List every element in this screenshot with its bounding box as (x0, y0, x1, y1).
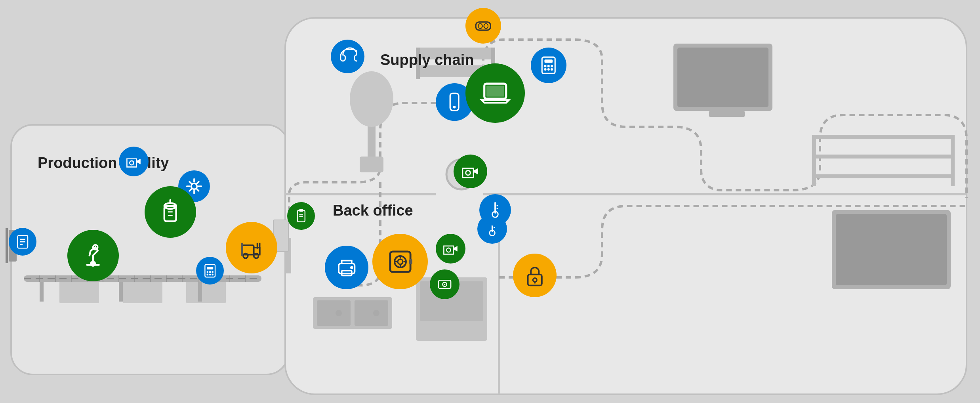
svg-point-39 (350, 71, 393, 127)
svg-rect-29 (317, 300, 351, 326)
svg-rect-127 (528, 274, 541, 285)
svg-rect-92 (390, 251, 410, 271)
scene: Production facility Back office Supply c… (0, 0, 980, 403)
svg-point-80 (209, 271, 211, 273)
svg-point-122 (551, 68, 553, 71)
svg-point-81 (212, 271, 214, 273)
svg-rect-38 (368, 111, 376, 159)
production-keypad-icon[interactable] (196, 257, 224, 285)
svg-point-117 (544, 65, 547, 67)
svg-rect-48 (832, 210, 951, 289)
svg-point-32 (373, 310, 379, 316)
svg-rect-9 (24, 275, 261, 282)
svg-rect-116 (545, 60, 553, 63)
svg-rect-51 (812, 135, 955, 139)
production-facility-label: Production facility (38, 155, 169, 172)
svg-point-100 (446, 248, 450, 252)
svg-rect-46 (677, 48, 768, 107)
svg-point-75 (254, 254, 259, 258)
supply-chain-vr-headset-icon[interactable] (465, 8, 501, 44)
production-panel-icon[interactable] (9, 228, 36, 256)
svg-rect-54 (951, 135, 955, 186)
back-office-storage-icon[interactable] (430, 269, 459, 299)
back-office-label: Back office (333, 202, 413, 219)
svg-point-108 (479, 24, 482, 29)
svg-point-84 (212, 273, 214, 275)
svg-point-120 (544, 68, 547, 71)
svg-rect-53 (812, 174, 955, 178)
svg-rect-40 (360, 157, 383, 172)
supply-chain-sensor-icon[interactable] (479, 194, 511, 226)
supply-chain-camera-icon[interactable] (454, 155, 487, 188)
svg-rect-86 (299, 209, 303, 211)
svg-rect-78 (207, 267, 213, 269)
supply-chain-lock-icon[interactable] (513, 254, 557, 297)
svg-rect-47 (709, 111, 745, 117)
svg-rect-30 (355, 300, 388, 326)
svg-point-65 (191, 183, 197, 189)
svg-point-118 (547, 65, 550, 67)
svg-rect-99 (409, 259, 412, 264)
svg-rect-5 (285, 238, 291, 273)
svg-point-79 (206, 271, 208, 273)
production-tank-icon[interactable] (145, 186, 196, 238)
svg-point-109 (484, 24, 488, 29)
svg-point-128 (533, 278, 537, 282)
svg-rect-25 (119, 282, 123, 302)
svg-rect-76 (241, 243, 243, 256)
svg-rect-7 (123, 281, 162, 303)
svg-point-112 (453, 106, 456, 109)
back-office-camera-small-icon[interactable] (436, 234, 465, 264)
svg-point-83 (209, 273, 211, 275)
supply-chain-label: Supply chain (380, 52, 474, 69)
svg-point-62 (130, 161, 133, 165)
svg-point-103 (444, 284, 445, 285)
supply-chain-keypad-icon[interactable] (531, 48, 566, 83)
back-office-safe-icon[interactable] (372, 234, 428, 289)
svg-rect-6 (59, 281, 99, 303)
supply-chain-laptop-icon[interactable] (465, 63, 525, 123)
svg-rect-50 (812, 135, 816, 186)
svg-rect-26 (198, 282, 202, 302)
svg-rect-8 (186, 281, 226, 303)
svg-rect-71 (242, 245, 254, 255)
svg-point-82 (206, 273, 208, 275)
svg-point-121 (547, 68, 550, 71)
svg-point-119 (551, 65, 553, 67)
svg-point-31 (336, 310, 342, 316)
back-office-printer-icon[interactable] (325, 246, 368, 289)
svg-rect-45 (673, 44, 772, 111)
svg-rect-56 (6, 228, 8, 263)
svg-point-123 (466, 171, 471, 176)
supply-chain-headset-icon[interactable] (331, 40, 364, 73)
svg-point-91 (350, 266, 353, 269)
svg-rect-28 (313, 297, 392, 329)
svg-point-74 (243, 254, 248, 258)
svg-rect-52 (812, 155, 955, 159)
svg-rect-24 (40, 282, 44, 302)
production-robot-arm-icon[interactable] (67, 230, 119, 281)
svg-rect-49 (836, 214, 947, 285)
production-camera-icon[interactable] (119, 147, 149, 176)
svg-point-94 (398, 259, 403, 264)
production-forklift-icon[interactable] (226, 222, 277, 273)
back-office-badge-icon[interactable] (287, 202, 315, 230)
svg-rect-114 (486, 86, 504, 97)
svg-rect-85 (297, 210, 305, 222)
